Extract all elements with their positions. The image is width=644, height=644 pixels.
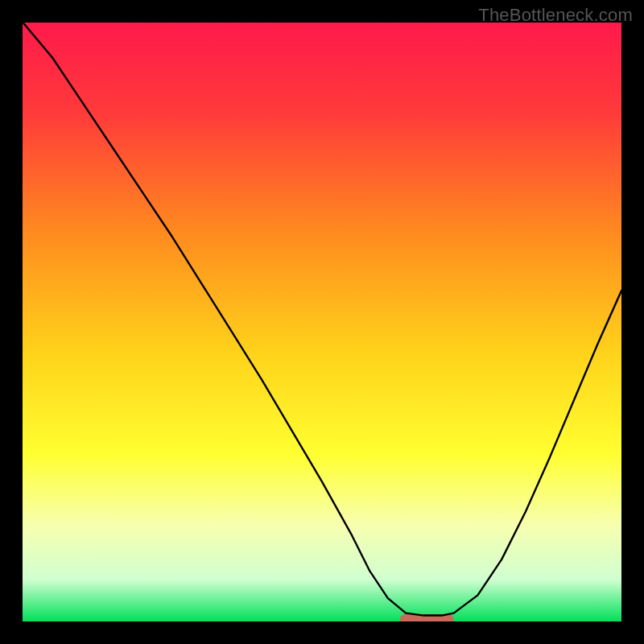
plot-area [23, 23, 621, 621]
chart-frame: TheBottleneck.com [0, 0, 644, 644]
gradient-background [23, 23, 621, 621]
bottleneck-chart [23, 23, 621, 621]
watermark-text: TheBottleneck.com [478, 5, 633, 26]
